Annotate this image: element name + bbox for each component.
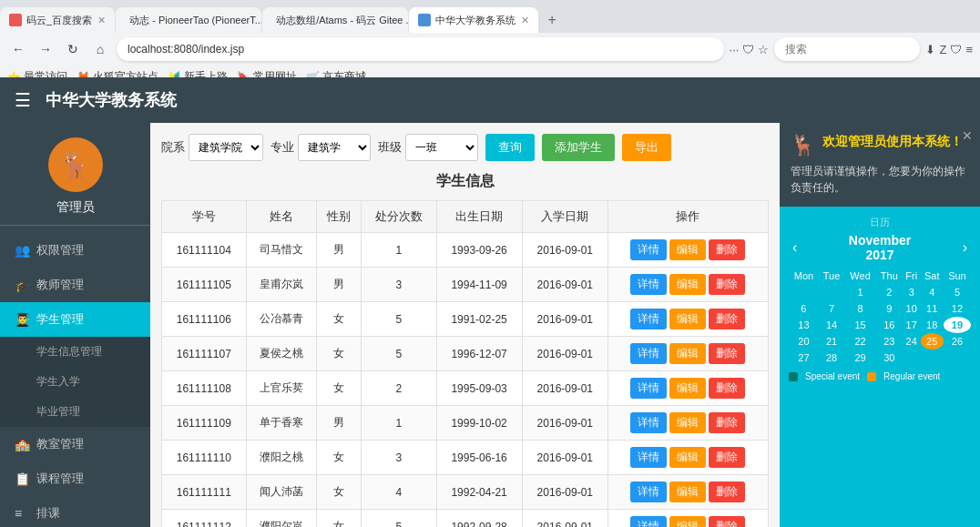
tab-3[interactable]: 动志数组/Atams - 码云 Gitee ... ✕ <box>262 7 408 33</box>
major-select[interactable]: 建筑学 <box>298 134 371 161</box>
cal-day[interactable]: 20 <box>789 333 819 350</box>
sub-student-graduate[interactable]: 毕业管理 <box>0 397 150 427</box>
cal-day[interactable]: 3 <box>903 284 921 300</box>
cal-day[interactable]: 30 <box>876 350 903 366</box>
cal-day[interactable]: 8 <box>844 300 875 317</box>
zotero-icon[interactable]: Z <box>939 43 946 56</box>
cal-day[interactable]: 7 <box>819 300 844 317</box>
cal-day[interactable]: 16 <box>876 317 903 333</box>
add-student-button[interactable]: 添加学生 <box>542 134 615 161</box>
detail-button[interactable]: 详情 <box>630 274 667 295</box>
delete-button[interactable]: 删除 <box>709 378 745 399</box>
notif-close-button[interactable]: ✕ <box>962 128 973 143</box>
cal-day[interactable]: 14 <box>819 317 844 333</box>
edit-button[interactable]: 编辑 <box>669 412 706 433</box>
tab-1-close[interactable]: ✕ <box>97 15 106 26</box>
delete-button[interactable]: 删除 <box>709 309 745 329</box>
cal-day[interactable]: 10 <box>903 300 921 317</box>
cal-day[interactable]: 9 <box>876 300 903 317</box>
bookmark-icon[interactable]: ☆ <box>758 43 769 56</box>
cal-day[interactable]: 17 <box>903 317 921 333</box>
tab-2[interactable]: 动志 - PioneerTao (PioneerT... ✕ <box>116 7 261 33</box>
notif-title: 欢迎管理员使用本系统！ <box>822 134 963 150</box>
cal-next-button[interactable]: › <box>959 239 971 256</box>
cal-day[interactable]: 23 <box>876 333 903 350</box>
edit-button[interactable]: 编辑 <box>669 516 706 527</box>
sidebar-item-student[interactable]: 👨‍🎓 学生管理 <box>0 302 150 337</box>
edit-button[interactable]: 编辑 <box>669 447 706 468</box>
delete-button[interactable]: 删除 <box>709 239 745 260</box>
detail-button[interactable]: 详情 <box>630 343 667 364</box>
cal-day[interactable]: 18 <box>921 317 944 333</box>
menu-dots-icon[interactable]: ≡ <box>965 43 973 56</box>
cal-day[interactable]: 29 <box>844 350 875 366</box>
dots-icon[interactable]: ··· <box>730 43 740 56</box>
download-icon[interactable]: ⬇ <box>925 43 935 56</box>
tab-1[interactable]: 码云_百度搜索 ✕ <box>0 7 115 33</box>
tab-4[interactable]: 中华大学教务系统 ✕ <box>409 7 538 33</box>
sidebar-item-course[interactable]: 📋 课程管理 <box>0 461 150 496</box>
cal-day[interactable]: 1 <box>844 284 875 300</box>
cal-day[interactable]: 25 <box>921 333 944 350</box>
cal-day[interactable]: 6 <box>789 300 819 317</box>
cal-day[interactable]: 11 <box>921 300 944 317</box>
new-tab-button[interactable]: + <box>539 7 565 33</box>
cell-name: 公冶慕青 <box>246 302 316 337</box>
class-select[interactable]: 一班 <box>405 134 478 161</box>
edit-button[interactable]: 编辑 <box>669 481 706 502</box>
detail-button[interactable]: 详情 <box>630 378 667 399</box>
cal-day[interactable]: 21 <box>819 333 844 350</box>
sidebar-item-schedule[interactable]: ≡ 排课 <box>0 496 150 527</box>
cal-day[interactable]: 24 <box>903 333 921 350</box>
reload-button[interactable]: ↻ <box>62 38 84 60</box>
back-button[interactable]: ← <box>7 38 29 60</box>
detail-button[interactable]: 详情 <box>630 239 667 260</box>
tab-bar: 码云_百度搜索 ✕ 动志 - PioneerTao (PioneerT... ✕… <box>0 0 980 33</box>
hamburger-icon[interactable]: ☰ <box>15 89 31 111</box>
cal-day[interactable]: 12 <box>944 300 971 317</box>
cal-day[interactable]: 26 <box>944 333 971 350</box>
forward-button[interactable]: → <box>35 38 56 60</box>
edit-button[interactable]: 编辑 <box>669 274 706 295</box>
query-button[interactable]: 查询 <box>485 134 535 161</box>
cal-prev-button[interactable]: ‹ <box>789 239 801 256</box>
edit-button[interactable]: 编辑 <box>669 378 706 399</box>
detail-button[interactable]: 详情 <box>630 447 667 468</box>
sidebar-label-classroom: 教室管理 <box>36 436 84 452</box>
cal-day[interactable]: 5 <box>944 284 971 300</box>
sidebar-item-classroom[interactable]: 🏫 教室管理 <box>0 427 150 461</box>
sidebar-item-teacher[interactable]: 🎓 教师管理 <box>0 268 150 302</box>
delete-button[interactable]: 删除 <box>709 481 745 502</box>
edit-button[interactable]: 编辑 <box>669 343 706 364</box>
delete-button[interactable]: 删除 <box>709 412 745 433</box>
college-select[interactable]: 建筑学院 <box>189 134 263 161</box>
cal-day[interactable]: 15 <box>844 317 875 333</box>
cell-enroll: 2016-09-01 <box>522 475 607 510</box>
search-input[interactable] <box>774 37 920 61</box>
cal-day[interactable]: 4 <box>921 284 944 300</box>
sub-student-enroll[interactable]: 学生入学 <box>0 367 150 397</box>
edit-button[interactable]: 编辑 <box>669 239 706 260</box>
delete-button[interactable]: 删除 <box>709 516 745 527</box>
adblock-icon[interactable]: 🛡 <box>950 43 962 56</box>
address-input[interactable] <box>117 37 724 61</box>
cal-day[interactable]: 13 <box>789 317 819 333</box>
cal-day[interactable]: 28 <box>819 350 844 366</box>
delete-button[interactable]: 删除 <box>709 447 745 468</box>
detail-button[interactable]: 详情 <box>630 309 667 329</box>
tab-4-close[interactable]: ✕ <box>521 15 529 26</box>
detail-button[interactable]: 详情 <box>630 516 667 527</box>
detail-button[interactable]: 详情 <box>630 412 667 433</box>
edit-button[interactable]: 编辑 <box>669 309 706 329</box>
delete-button[interactable]: 删除 <box>709 274 745 295</box>
cal-day[interactable]: 19 <box>944 317 971 333</box>
cal-day[interactable]: 22 <box>844 333 875 350</box>
sub-student-info[interactable]: 学生信息管理 <box>0 337 150 367</box>
export-button[interactable]: 导出 <box>622 134 671 161</box>
delete-button[interactable]: 删除 <box>709 343 745 364</box>
cal-day[interactable]: 2 <box>876 284 903 300</box>
sidebar-item-auth[interactable]: 👥 权限管理 <box>0 233 150 268</box>
home-button[interactable]: ⌂ <box>89 38 111 60</box>
detail-button[interactable]: 详情 <box>630 481 667 502</box>
cal-day[interactable]: 27 <box>789 350 819 366</box>
